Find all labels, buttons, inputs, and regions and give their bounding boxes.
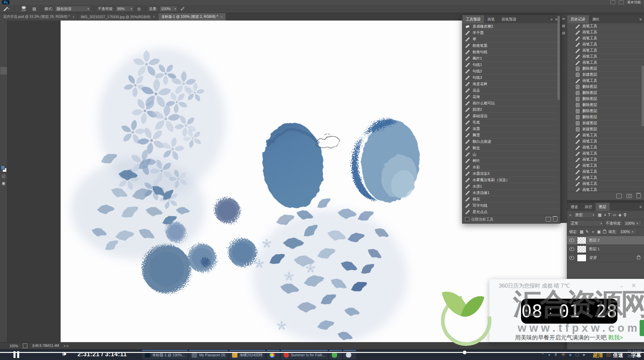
tool-crop[interactable] [0,45,7,52]
taskbar-button[interactable] [267,350,280,359]
history-state-row[interactable]: 画笔工具 [567,54,644,60]
history-source-checkbox[interactable] [569,145,573,150]
filter-smart-icon[interactable]: ◈ [618,212,621,217]
history-state-row[interactable]: 画笔工具 [567,35,644,41]
close-tab-icon[interactable]: × [221,15,223,19]
brush-preset-picker[interactable]: 100 [18,5,29,12]
history-state-row[interactable]: 删除图层 [567,114,644,120]
tool-preset-item[interactable]: 花海 [462,94,557,100]
widget-cta-link[interactable]: 戳我> [608,334,623,341]
layer-thumbnail[interactable] [577,237,586,244]
history-state-row[interactable]: 画笔工具 [567,23,644,29]
layer-row[interactable]: 图层 1 [567,245,644,254]
subtitles-button[interactable]: 字幕 [631,352,641,359]
history-source-checkbox[interactable] [569,170,573,174]
tool-presets-scrollbar[interactable] [557,16,560,100]
microphone-icon[interactable]: 🎙 [554,353,558,357]
toggle-brush-panel-icon[interactable]: ▤ [31,6,37,11]
dock-panel-icon-1[interactable]: ▧ [562,24,565,28]
close-tab-icon[interactable]: × [153,15,155,19]
expand-dock-icon[interactable]: ⇹ [562,17,565,21]
filter-shape-icon[interactable]: ▭ [613,212,616,217]
layer-visibility-icon[interactable] [569,247,574,251]
tool-preset-item[interactable]: 勾线1 [462,62,557,68]
quick-mask-icon[interactable]: ◱ [0,172,7,179]
history-source-checkbox[interactable] [569,182,573,186]
history-state-row[interactable]: 删除图层 [567,84,644,90]
filter-toggle-icon[interactable]: ⚲ [623,212,626,217]
tool-preset-item[interactable]: 毛笔 [462,119,557,126]
lock-artboard-icon[interactable]: ▣ [597,229,601,234]
history-state-row[interactable]: 画笔工具 [567,47,644,54]
close-tab-icon[interactable]: × [72,15,74,19]
tab-layers[interactable]: 图层 [595,203,610,211]
history-source-checkbox[interactable] [569,91,573,95]
screen-mode-icon[interactable]: ▣ [0,179,7,187]
history-state-row[interactable]: 画笔工具 [567,60,644,66]
filter-type-icon[interactable]: T [608,212,610,217]
history-state-row[interactable]: 画笔工具 [567,163,644,169]
layer-visibility-icon[interactable] [569,256,574,260]
tool-preset-item[interactable]: 水渍边缘1 [462,190,557,196]
taskbar-button[interactable]: Summer Is for Falli... [281,350,328,359]
tab-paths[interactable]: 路径 [581,203,595,211]
taskbar-button[interactable] [329,350,342,359]
layer-thumbnail[interactable] [577,254,586,262]
history-state-row[interactable]: 删除图层 [567,66,644,72]
history-source-checkbox[interactable] [569,103,573,107]
tool-gradient[interactable] [0,97,7,104]
layer-row[interactable]: 背景 [567,254,644,262]
tool-preset-item[interactable]: 水雾魔法笔刷（渲染） [462,177,557,183]
tab-channels[interactable]: 通道 [567,203,581,211]
tool-preset-item[interactable]: 水彩 [462,164,557,170]
history-source-checkbox[interactable] [569,79,573,83]
lock-transparent-icon[interactable]: ▦ [580,229,583,234]
history-state-row[interactable]: 画笔工具 [567,138,644,144]
pressure-opacity-icon[interactable]: ◎ [136,6,142,11]
tool-preset-item[interactable]: 水渍1 [462,183,557,190]
tool-preset-item[interactable]: 粗糙勾线 [462,49,557,55]
history-source-checkbox[interactable] [569,115,573,119]
history-state-row[interactable]: 画笔工具 [567,181,644,187]
tool-brush[interactable] [0,67,7,74]
history-state-row[interactable]: 画笔工具 [567,78,644,84]
tool-preset-item[interactable]: 散白点痕迹 [462,138,557,145]
history-source-checkbox[interactable] [569,42,573,46]
history-source-checkbox[interactable] [569,67,573,71]
taskbar-button[interactable] [343,350,356,359]
tool-preset-item[interactable]: 枫叶1 [462,55,557,62]
history-state-row[interactable]: 新建图层 [567,126,644,132]
new-doc-from-state-icon[interactable] [616,194,622,198]
taskbar-button[interactable]: 海螺2024招聘 [229,350,265,359]
workspace-icon[interactable] [610,0,615,4]
side-handle[interactable] [640,320,644,336]
new-preset-icon[interactable] [546,217,551,222]
layer-filter-dropdown[interactable]: 类型▾ [574,212,596,218]
panel-menu-icon[interactable]: ≡ [640,17,642,21]
layer-opacity-dropdown[interactable]: 100%▾ [623,220,642,226]
history-state-row[interactable]: 删除图层 [567,102,644,108]
tool-marquee[interactable] [0,30,7,37]
tool-preset-item[interactable]: 海棠花树 [462,81,557,87]
lock-position-icon[interactable]: ＋ [591,229,595,235]
lock-all-icon[interactable] [603,230,606,233]
current-tool-only-checkbox[interactable] [465,217,469,221]
history-state-row[interactable]: 画笔工具 [567,132,644,138]
delete-state-icon[interactable] [637,194,641,198]
history-source-checkbox[interactable] [569,24,573,28]
filter-search-icon[interactable]: ⌕ [569,212,572,217]
tool-preset-item[interactable]: 飘雪 [462,132,557,138]
tool-preset-item[interactable]: 花朵 [462,87,557,94]
quality-button[interactable]: 超清 [593,352,603,359]
document-tab[interactable]: IMG_20210227_175930.jpg @ 25%(RGB/8)× [78,13,158,21]
tool-preset-item[interactable]: 质感橡皮擦2 [462,23,557,30]
widget-close-icon[interactable]: ✕ [631,282,636,289]
tool-eraser[interactable] [0,89,7,97]
panel-menu-icon[interactable]: ≡ [640,205,642,209]
filter-adjustment-icon[interactable]: ◑ [604,212,606,217]
new-snapshot-icon[interactable] [626,194,632,198]
dock-panel-icon-2[interactable]: ▤ [562,31,565,35]
bluetooth-icon[interactable]: ● [548,353,550,357]
layer-visibility-icon[interactable] [569,238,574,242]
tool-preset-item[interactable]: 勾线3 [462,74,557,81]
